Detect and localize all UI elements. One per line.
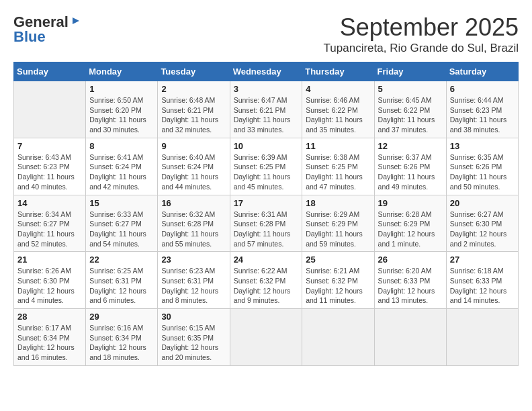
- day-detail: Sunrise: 6:16 AMSunset: 6:34 PMDaylight:…: [89, 323, 154, 363]
- day-number: 19: [378, 198, 443, 208]
- svg-marker-0: [73, 17, 79, 24]
- calendar-cell: [230, 309, 302, 366]
- day-detail: Sunrise: 6:44 AMSunset: 6:23 PMDaylight:…: [450, 95, 515, 135]
- calendar-cell: 12Sunrise: 6:37 AMSunset: 6:26 PMDayligh…: [374, 138, 446, 195]
- day-number: 5: [378, 84, 443, 94]
- week-row-1: 1Sunrise: 6:50 AMSunset: 6:20 PMDaylight…: [14, 81, 519, 138]
- calendar-cell: 2Sunrise: 6:48 AMSunset: 6:21 PMDaylight…: [158, 81, 230, 138]
- header-thursday: Thursday: [302, 62, 374, 81]
- day-detail: Sunrise: 6:47 AMSunset: 6:21 PMDaylight:…: [234, 95, 299, 135]
- day-detail: Sunrise: 6:41 AMSunset: 6:24 PMDaylight:…: [89, 152, 154, 192]
- calendar-cell: [446, 309, 518, 366]
- calendar-cell: 21Sunrise: 6:26 AMSunset: 6:30 PMDayligh…: [14, 252, 86, 309]
- day-number: 17: [234, 198, 299, 208]
- day-number: 15: [89, 198, 154, 208]
- calendar-cell: 24Sunrise: 6:22 AMSunset: 6:32 PMDayligh…: [230, 252, 302, 309]
- calendar-cell: 10Sunrise: 6:39 AMSunset: 6:25 PMDayligh…: [230, 138, 302, 195]
- day-number: 23: [161, 255, 226, 265]
- day-number: 25: [306, 255, 370, 265]
- day-detail: Sunrise: 6:26 AMSunset: 6:30 PMDaylight:…: [17, 266, 82, 306]
- day-number: 3: [234, 84, 299, 94]
- day-number: 4: [306, 84, 370, 94]
- week-row-4: 21Sunrise: 6:26 AMSunset: 6:30 PMDayligh…: [14, 252, 519, 309]
- day-number: 22: [89, 255, 154, 265]
- day-detail: Sunrise: 6:39 AMSunset: 6:25 PMDaylight:…: [234, 152, 299, 192]
- header-tuesday: Tuesday: [158, 62, 230, 81]
- calendar-title: September 2025: [324, 13, 519, 42]
- calendar-cell: 29Sunrise: 6:16 AMSunset: 6:34 PMDayligh…: [86, 309, 158, 366]
- day-number: 12: [378, 141, 443, 151]
- logo: General Blue: [13, 13, 82, 46]
- calendar-cell: 1Sunrise: 6:50 AMSunset: 6:20 PMDaylight…: [86, 81, 158, 138]
- calendar-cell: 30Sunrise: 6:15 AMSunset: 6:35 PMDayligh…: [158, 309, 230, 366]
- day-number: 13: [450, 141, 515, 151]
- day-number: 30: [161, 312, 226, 322]
- day-number: 2: [161, 84, 226, 94]
- header-monday: Monday: [86, 62, 158, 81]
- calendar-cell: 15Sunrise: 6:33 AMSunset: 6:27 PMDayligh…: [86, 195, 158, 252]
- week-row-5: 28Sunrise: 6:17 AMSunset: 6:34 PMDayligh…: [14, 309, 519, 366]
- day-detail: Sunrise: 6:34 AMSunset: 6:27 PMDaylight:…: [17, 210, 82, 249]
- day-detail: Sunrise: 6:48 AMSunset: 6:21 PMDaylight:…: [161, 95, 226, 135]
- calendar-cell: 20Sunrise: 6:27 AMSunset: 6:30 PMDayligh…: [446, 195, 518, 252]
- calendar-cell: 27Sunrise: 6:18 AMSunset: 6:33 PMDayligh…: [446, 252, 518, 309]
- day-detail: Sunrise: 6:40 AMSunset: 6:24 PMDaylight:…: [161, 152, 226, 192]
- logo-blue: Blue: [13, 28, 46, 46]
- day-detail: Sunrise: 6:27 AMSunset: 6:30 PMDaylight:…: [450, 210, 515, 249]
- day-detail: Sunrise: 6:32 AMSunset: 6:28 PMDaylight:…: [161, 210, 226, 249]
- day-detail: Sunrise: 6:25 AMSunset: 6:31 PMDaylight:…: [89, 266, 154, 306]
- calendar-cell: 26Sunrise: 6:20 AMSunset: 6:33 PMDayligh…: [374, 252, 446, 309]
- calendar-cell: 11Sunrise: 6:38 AMSunset: 6:25 PMDayligh…: [302, 138, 374, 195]
- day-detail: Sunrise: 6:28 AMSunset: 6:29 PMDaylight:…: [378, 210, 443, 249]
- day-number: 6: [450, 84, 515, 94]
- day-detail: Sunrise: 6:43 AMSunset: 6:23 PMDaylight:…: [17, 152, 82, 192]
- calendar-cell: 4Sunrise: 6:46 AMSunset: 6:22 PMDaylight…: [302, 81, 374, 138]
- calendar-cell: 16Sunrise: 6:32 AMSunset: 6:28 PMDayligh…: [158, 195, 230, 252]
- day-detail: Sunrise: 6:38 AMSunset: 6:25 PMDaylight:…: [306, 152, 370, 192]
- day-detail: Sunrise: 6:21 AMSunset: 6:32 PMDaylight:…: [306, 266, 370, 306]
- day-detail: Sunrise: 6:35 AMSunset: 6:26 PMDaylight:…: [450, 152, 515, 192]
- calendar-cell: 3Sunrise: 6:47 AMSunset: 6:21 PMDaylight…: [230, 81, 302, 138]
- day-number: 10: [234, 141, 299, 151]
- header-saturday: Saturday: [446, 62, 518, 81]
- day-detail: Sunrise: 6:33 AMSunset: 6:27 PMDaylight:…: [89, 210, 154, 249]
- calendar-cell: 22Sunrise: 6:25 AMSunset: 6:31 PMDayligh…: [86, 252, 158, 309]
- day-number: 1: [89, 84, 154, 94]
- calendar-cell: 8Sunrise: 6:41 AMSunset: 6:24 PMDaylight…: [86, 138, 158, 195]
- calendar-cell: 23Sunrise: 6:23 AMSunset: 6:31 PMDayligh…: [158, 252, 230, 309]
- day-number: 18: [306, 198, 370, 208]
- header-row: SundayMondayTuesdayWednesdayThursdayFrid…: [14, 62, 519, 81]
- calendar-cell: 13Sunrise: 6:35 AMSunset: 6:26 PMDayligh…: [446, 138, 518, 195]
- logo-arrow-icon: [70, 15, 82, 30]
- header-wednesday: Wednesday: [230, 62, 302, 81]
- day-number: 14: [17, 198, 82, 208]
- day-number: 29: [89, 312, 154, 322]
- day-number: 26: [378, 255, 443, 265]
- day-number: 7: [17, 141, 82, 151]
- day-detail: Sunrise: 6:29 AMSunset: 6:29 PMDaylight:…: [306, 210, 370, 249]
- calendar-cell: 28Sunrise: 6:17 AMSunset: 6:34 PMDayligh…: [14, 309, 86, 366]
- day-detail: Sunrise: 6:20 AMSunset: 6:33 PMDaylight:…: [378, 266, 443, 306]
- day-number: 16: [161, 198, 226, 208]
- calendar-cell: [374, 309, 446, 366]
- calendar-cell: 17Sunrise: 6:31 AMSunset: 6:28 PMDayligh…: [230, 195, 302, 252]
- week-row-2: 7Sunrise: 6:43 AMSunset: 6:23 PMDaylight…: [14, 138, 519, 195]
- day-number: 9: [161, 141, 226, 151]
- day-number: 27: [450, 255, 515, 265]
- calendar-cell: 19Sunrise: 6:28 AMSunset: 6:29 PMDayligh…: [374, 195, 446, 252]
- day-detail: Sunrise: 6:18 AMSunset: 6:33 PMDaylight:…: [450, 266, 515, 306]
- day-number: 28: [17, 312, 82, 322]
- calendar-table: SundayMondayTuesdayWednesdayThursdayFrid…: [13, 62, 519, 366]
- title-block: September 2025 Tupancireta, Rio Grande d…: [324, 13, 519, 55]
- day-detail: Sunrise: 6:45 AMSunset: 6:22 PMDaylight:…: [378, 95, 443, 135]
- day-number: 21: [17, 255, 82, 265]
- calendar-cell: 25Sunrise: 6:21 AMSunset: 6:32 PMDayligh…: [302, 252, 374, 309]
- calendar-cell: [14, 81, 86, 138]
- day-detail: Sunrise: 6:15 AMSunset: 6:35 PMDaylight:…: [161, 323, 226, 363]
- day-detail: Sunrise: 6:23 AMSunset: 6:31 PMDaylight:…: [161, 266, 226, 306]
- day-detail: Sunrise: 6:22 AMSunset: 6:32 PMDaylight:…: [234, 266, 299, 306]
- calendar-subtitle: Tupancireta, Rio Grande do Sul, Brazil: [324, 42, 519, 55]
- day-detail: Sunrise: 6:46 AMSunset: 6:22 PMDaylight:…: [306, 95, 370, 135]
- calendar-cell: 6Sunrise: 6:44 AMSunset: 6:23 PMDaylight…: [446, 81, 518, 138]
- calendar-cell: [302, 309, 374, 366]
